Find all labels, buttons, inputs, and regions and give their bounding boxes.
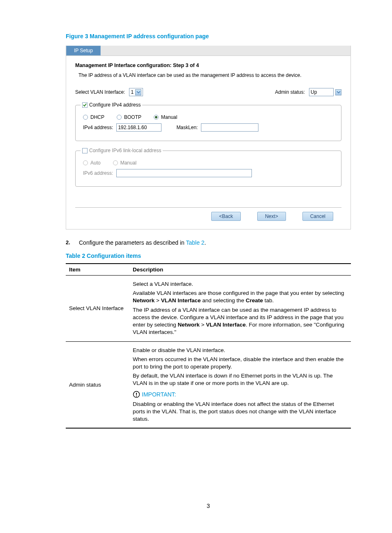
- ipv6-manual-radio: [113, 160, 118, 165]
- ipv4-addr-input[interactable]: [116, 123, 161, 132]
- cancel-button[interactable]: Cancel: [302, 212, 333, 221]
- table-row: Select VLAN Interface Select a VLAN inte…: [66, 276, 351, 342]
- table-link[interactable]: Table 2: [186, 239, 204, 246]
- ipv4-checkbox[interactable]: [82, 102, 88, 108]
- manual-label: Manual: [161, 114, 177, 120]
- row2-p4: Disabling or enabling the VLAN interface…: [133, 401, 348, 423]
- ipv4-addr-label: IPv4 address:: [83, 125, 113, 130]
- ipv6-legend: Configure IPv6 link-local address: [89, 148, 161, 153]
- ipv6-fieldset: Configure IPv6 link-local address Auto M…: [75, 148, 341, 187]
- row1-p1: Select a VLAN interface.: [133, 280, 348, 288]
- ipv6-addr-input: [116, 169, 252, 177]
- important-text: IMPORTANT:: [142, 391, 176, 398]
- vlan-select[interactable]: 1: [129, 88, 143, 96]
- admin-select[interactable]: Up: [309, 88, 334, 96]
- masklen-input[interactable]: [201, 123, 258, 132]
- row1-p2c: >: [154, 297, 161, 304]
- dhcp-radio[interactable]: [83, 115, 88, 120]
- bootp-radio[interactable]: [117, 115, 122, 120]
- next-button[interactable]: Next>: [257, 212, 286, 221]
- vlan-value: 1: [131, 89, 134, 95]
- row1-p2a: Available VLAN interfaces are those conf…: [133, 290, 344, 296]
- ipv4-fieldset: Configure IPv4 address DHCP BOOTP Manual…: [75, 102, 341, 141]
- row1-p2g: tab.: [263, 297, 274, 304]
- admin-value: Up: [311, 89, 317, 95]
- instruction-item: 2. Configure the parameters as described…: [66, 239, 351, 246]
- row2-p2: When errors occurred in the VLAN interfa…: [133, 356, 348, 371]
- back-button[interactable]: <Back: [211, 212, 241, 221]
- tab-bar: IP Setup: [66, 46, 350, 56]
- alert-icon: [133, 391, 140, 398]
- row1-p3d: VLAN Interface: [206, 322, 246, 328]
- ipv6-checkbox[interactable]: [82, 148, 88, 153]
- ipv4-legend: Configure IPv4 address: [89, 102, 141, 108]
- row1-p3b: Network: [178, 322, 200, 328]
- vlan-admin-row: Select VLAN Interface: 1 Admin status: U…: [75, 88, 341, 96]
- instruction-post: .: [205, 239, 206, 246]
- instruction-pre: Configure the parameters as described in: [79, 239, 186, 246]
- admin-label: Admin status:: [275, 89, 305, 95]
- row2-p3: By default, the VLAN interface is down i…: [133, 372, 348, 387]
- table-title: Table 2 Configuration items: [66, 253, 351, 259]
- instruction-number: 2.: [66, 239, 73, 246]
- manual-radio[interactable]: [154, 115, 159, 120]
- step-header: Management IP Interface configuration: S…: [75, 63, 341, 68]
- config-panel: IP Setup Management IP Interface configu…: [66, 46, 351, 229]
- masklen-label: MaskLen:: [176, 125, 198, 130]
- auto-label: Auto: [90, 160, 101, 166]
- bootp-label: BOOTP: [124, 114, 141, 120]
- row1-p2e: and selecting the: [201, 297, 246, 304]
- auto-radio: [83, 160, 88, 165]
- config-table: Item Description Select VLAN Interface S…: [66, 263, 351, 429]
- chevron-down-icon[interactable]: [135, 89, 141, 95]
- th-item: Item: [66, 264, 129, 276]
- vlan-label: Select VLAN Interface:: [75, 89, 125, 95]
- figure-title: Figure 3 Management IP address configura…: [66, 33, 351, 39]
- important-label: IMPORTANT:: [133, 391, 348, 398]
- row2-item: Admin status: [66, 341, 129, 428]
- ipv6-manual-label: Manual: [120, 160, 136, 166]
- chevron-down-icon[interactable]: [335, 89, 341, 95]
- row1-item: Select VLAN Interface: [66, 276, 129, 342]
- row1-p2d: VLAN Interface: [161, 297, 201, 304]
- dhcp-label: DHCP: [90, 114, 104, 120]
- page-number: 3: [66, 503, 351, 509]
- row1-p2f: Create: [246, 297, 263, 304]
- svg-point-2: [136, 395, 137, 396]
- row1-p3c: >: [200, 322, 206, 328]
- row1-p2b: Network: [133, 297, 154, 304]
- table-row: Admin status Enable or disable the VLAN …: [66, 341, 351, 428]
- ipv6-addr-label: IPv6 address:: [83, 170, 113, 176]
- info-text: The IP address of a VLAN interface can b…: [78, 72, 341, 78]
- tab-ip-setup[interactable]: IP Setup: [66, 46, 101, 56]
- th-desc: Description: [129, 264, 351, 276]
- row2-p1: Enable or disable the VLAN interface.: [133, 347, 348, 354]
